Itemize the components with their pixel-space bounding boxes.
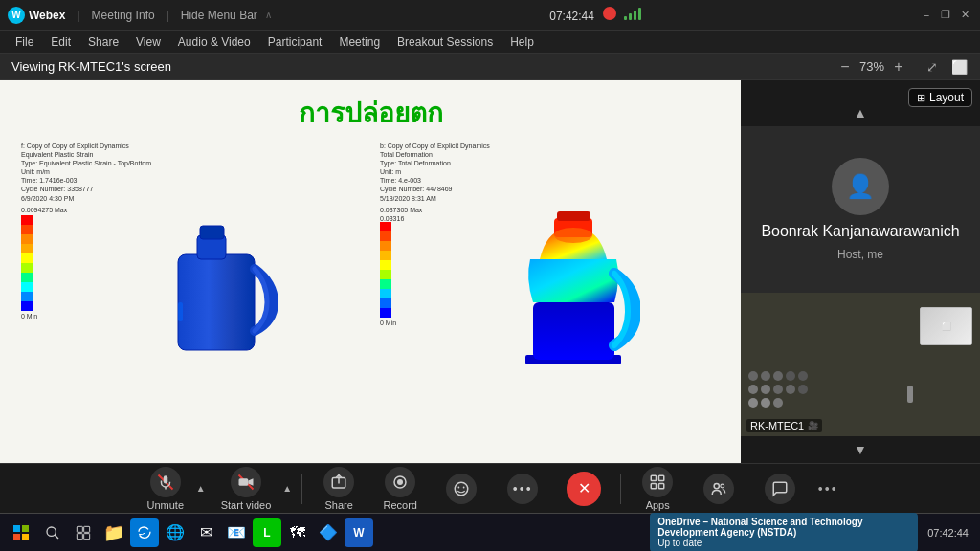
recording-indicator [603, 7, 616, 20]
simulation-area: f: Copy of Copy of Explicit Dynamics Equ… [11, 142, 729, 452]
svg-rect-23 [651, 483, 656, 488]
svg-rect-3 [178, 302, 183, 321]
participants-btn[interactable] [690, 470, 747, 508]
taskbar-right: OneDrive – National Science and Technolo… [650, 513, 974, 551]
expand-icon[interactable]: ⬜ [949, 57, 969, 77]
svg-rect-29 [13, 534, 20, 540]
svg-line-32 [55, 535, 58, 539]
classroom-bg: ⬜ [741, 293, 980, 436]
video-btn[interactable]: Start video [212, 463, 281, 515]
menu-meeting[interactable]: Meeting [331, 33, 388, 51]
start-btn[interactable] [6, 518, 36, 548]
zoom-in-btn[interactable]: + [890, 58, 907, 76]
title-bar-center: 07:42:44 [549, 7, 640, 23]
layout-btn[interactable]: ⊞ Layout [908, 88, 972, 107]
app5-icon[interactable]: 🔷 [314, 518, 343, 547]
file-explorer-icon[interactable]: 📁 [100, 518, 128, 547]
left-sim-panel: f: Copy of Copy of Explicit Dynamics Equ… [21, 142, 361, 452]
title-bar-left: W Webex | Meeting Info | Hide Menu Bar ∧ [8, 7, 272, 24]
svg-point-17 [397, 479, 403, 485]
participant-video: ⬜ [741, 293, 980, 436]
sidebar-scroll-down[interactable]: ▼ [741, 436, 980, 463]
svg-rect-7 [557, 211, 590, 221]
apps-btn[interactable]: Apps [629, 463, 686, 515]
search-taskbar-btn[interactable] [38, 518, 67, 547]
menu-participant[interactable]: Participant [260, 33, 330, 51]
close-btn[interactable]: ✕ [957, 8, 972, 23]
minimize-btn[interactable]: − [919, 8, 934, 23]
menu-edit[interactable]: Edit [43, 33, 78, 51]
menu-share[interactable]: Share [80, 33, 126, 51]
hide-menu-btn[interactable]: Hide Menu Bar [181, 9, 257, 22]
svg-rect-33 [77, 526, 82, 532]
unmute-caret[interactable]: ▲ [194, 483, 208, 494]
restore-btn[interactable]: ❐ [938, 8, 953, 23]
chrome-icon[interactable]: 🌐 [161, 518, 189, 547]
right-sim-panel: b: Copy of Copy of Explicit Dynamics Tot… [380, 142, 720, 452]
fit-screen-icon[interactable]: ⤢ [923, 57, 942, 77]
left-color-scale: 0.0094275 Max 0 Min [21, 207, 67, 320]
svg-rect-2 [200, 226, 224, 239]
participants-icon [703, 474, 734, 504]
title-bar: W Webex | Meeting Info | Hide Menu Bar ∧… [0, 0, 980, 31]
menu-view[interactable]: View [128, 33, 168, 51]
svg-rect-34 [84, 526, 90, 532]
zoom-out-btn[interactable]: − [836, 58, 854, 76]
meeting-info-btn[interactable]: Meeting Info [92, 9, 155, 22]
participant-video-inner: ⬜ [741, 293, 980, 436]
notification-title: OneDrive – National Science and Technolo… [657, 517, 910, 538]
record-btn[interactable]: Record [371, 463, 429, 515]
share-btn[interactable]: Share [310, 463, 368, 515]
menu-breakout[interactable]: Breakout Sessions [390, 33, 501, 51]
screen-share-title: Viewing RK-MTEC1's screen [11, 59, 171, 74]
svg-rect-27 [13, 525, 20, 532]
more-icon: ••• [507, 474, 538, 504]
mail2-icon[interactable]: 📧 [222, 518, 251, 547]
screen-bar-icons: ⤢ ⬜ [923, 57, 969, 77]
svg-rect-24 [659, 483, 664, 488]
presenter-figure [907, 386, 913, 403]
presentation-title: การปล่อยตก [299, 92, 443, 134]
window-controls: − ❐ ✕ [919, 8, 972, 23]
video-caret[interactable]: ▲ [280, 483, 294, 494]
line-icon[interactable]: L [253, 518, 281, 547]
projector-screen: ⬜ [920, 307, 972, 345]
left-model-svg [154, 207, 278, 369]
taskbar-time: 07:42:44 [922, 527, 974, 539]
participant-name: RK-MTEC1 [750, 420, 804, 431]
share-icon [323, 467, 354, 497]
separator-2 [620, 474, 621, 504]
chevron-down-icon: ▼ [854, 442, 867, 457]
svg-rect-13 [239, 478, 249, 486]
maps-icon[interactable]: 🗺 [283, 518, 312, 547]
video-label: Start video [221, 499, 272, 511]
svg-rect-21 [651, 475, 656, 480]
task-view-btn[interactable] [69, 518, 98, 547]
menu-file[interactable]: File [8, 33, 41, 51]
svg-point-25 [714, 483, 719, 488]
host-name: Boonrak Kanjanawarawanich [761, 223, 959, 240]
reactions-btn[interactable] [433, 470, 490, 508]
apps-icon [642, 467, 673, 497]
email-icon[interactable]: ✉ [191, 518, 220, 547]
menu-help[interactable]: Help [502, 33, 542, 51]
unmute-btn[interactable]: Unmute [137, 463, 194, 515]
svg-rect-30 [22, 534, 29, 540]
menu-audio-video[interactable]: Audio & Video [170, 33, 258, 51]
unmute-label: Unmute [147, 499, 185, 511]
svg-rect-36 [84, 533, 90, 539]
end-btn[interactable]: ✕ [555, 468, 612, 510]
more-btn[interactable]: ••• [494, 470, 551, 508]
svg-rect-22 [659, 475, 664, 480]
svg-rect-35 [77, 533, 82, 539]
word-icon[interactable]: W [345, 518, 373, 547]
edge-icon[interactable] [130, 518, 159, 547]
chat-btn[interactable] [751, 470, 809, 508]
svg-point-20 [463, 486, 465, 488]
more-options-btn[interactable]: ••• [813, 474, 843, 504]
shared-screen: การปล่อยตก f: Copy of Copy of Explicit D… [0, 80, 741, 463]
record-label: Record [383, 499, 416, 511]
unmute-icon [150, 467, 181, 497]
right-model-svg [506, 207, 640, 379]
host-avatar: 👤 [832, 158, 889, 215]
